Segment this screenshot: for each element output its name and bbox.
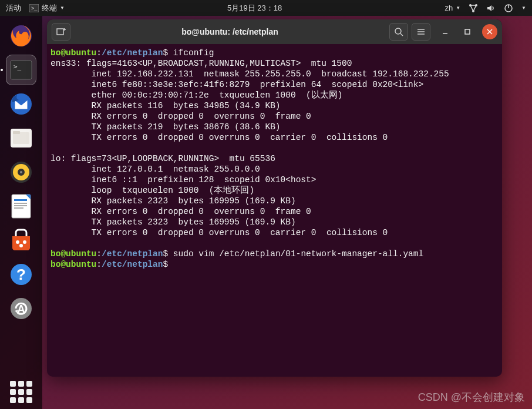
titlebar: bo@ubuntu: /etc/netplan	[47, 19, 502, 44]
svg-text:?: ?	[16, 266, 26, 283]
minimize-button[interactable]	[437, 24, 453, 39]
clock[interactable]: 5月19日 23：18	[227, 3, 282, 14]
svg-rect-39	[465, 29, 470, 34]
window-title: bo@ubuntu: /etc/netplan	[74, 27, 386, 36]
svg-point-10	[11, 93, 32, 115]
top-bar: 活动 >_ 终端 ▼ 5月19日 23：18 zh ▼ ▼	[0, 0, 532, 16]
output-line: loop txqueuelen 1000 (本地环回)	[50, 186, 254, 195]
command-2: sudo vim /etc/netplan/01-network-manager…	[173, 249, 423, 259]
output-line: lo: flags=73<UP,LOOPBACK,RUNNING> mtu 65…	[50, 154, 275, 163]
apps-grid-button[interactable]	[10, 381, 32, 403]
dock-item-rhythmbox[interactable]	[6, 157, 36, 187]
output-line: RX packets 2323 bytes 169995 (169.9 KB)	[50, 196, 296, 206]
prompt-path: /etc/netplan	[102, 48, 163, 58]
svg-rect-20	[14, 203, 27, 204]
network-icon[interactable]	[469, 4, 478, 13]
menu-button[interactable]	[412, 23, 430, 41]
chevron-down-icon: ▼	[456, 5, 460, 11]
output-line: TX packets 219 bytes 38676 (38.6 KB)	[50, 122, 281, 132]
hamburger-icon	[416, 27, 426, 36]
search-button[interactable]	[389, 23, 408, 41]
prompt-user: bo@ubuntu	[50, 249, 96, 259]
search-icon	[394, 27, 403, 36]
svg-point-24	[23, 240, 26, 244]
close-icon	[487, 29, 493, 35]
terminal-content[interactable]: bo@ubuntu:/etc/netplan$ ifconfig ens33: …	[47, 44, 502, 273]
terminal-window: bo@ubuntu: /etc/netplan bo@ubuntu:/etc/n…	[47, 19, 502, 377]
maximize-button[interactable]	[460, 24, 475, 39]
svg-text:A: A	[18, 303, 25, 315]
prompt-user: bo@ubuntu	[50, 260, 96, 269]
app-menu[interactable]: >_ 终端 ▼	[29, 3, 65, 14]
ime-indicator[interactable]: zh ▼	[445, 4, 460, 12]
output-line: inet 127.0.0.1 netmask 255.0.0.0	[50, 165, 260, 174]
prompt-path: /etc/netplan	[102, 260, 163, 269]
svg-rect-21	[14, 205, 27, 206]
dock-item-help[interactable]: ?	[6, 259, 36, 290]
output-line: ether 00:0c:29:00:71:2e txqueuelen 1000 …	[50, 90, 342, 100]
output-line: inet6 fe80::3e3e:3efc:41f6:8279 prefixle…	[50, 80, 423, 89]
svg-point-25	[19, 244, 23, 247]
prompt-user: bo@ubuntu	[50, 48, 96, 58]
watermark: CSDN @不会创建对象	[418, 390, 525, 404]
dock: >_ ? A	[0, 16, 42, 409]
output-line: ens33: flags=4163<UP,BROADCAST,RUNNING,M…	[50, 59, 352, 68]
output-line: RX packets 116 bytes 34985 (34.9 KB)	[50, 101, 281, 110]
output-line: inet6 ::1 prefixlen 128 scopeid 0x10<hos…	[50, 175, 316, 185]
svg-rect-30	[57, 29, 63, 35]
svg-point-17	[20, 171, 22, 173]
output-line: inet 192.168.232.131 netmask 255.255.255…	[50, 69, 449, 79]
chevron-down-icon: ▼	[60, 5, 65, 11]
dock-item-software[interactable]	[6, 225, 36, 256]
output-line: TX packets 2323 bytes 169995 (169.9 KB)	[50, 217, 296, 227]
close-button[interactable]	[482, 24, 497, 39]
new-tab-icon	[56, 27, 66, 36]
svg-rect-22	[14, 207, 23, 209]
output-line: TX errors 0 dropped 0 overruns 0 carrier…	[50, 133, 388, 142]
output-line: TX errors 0 dropped 0 overruns 0 carrier…	[50, 228, 388, 237]
svg-rect-13	[13, 131, 20, 134]
svg-point-23	[16, 240, 19, 244]
volume-icon[interactable]	[486, 4, 496, 13]
dock-item-thunderbird[interactable]	[6, 89, 36, 119]
command-1: ifconfig	[173, 48, 214, 58]
maximize-icon	[464, 29, 470, 35]
activities-button[interactable]: 活动	[6, 3, 21, 14]
dock-item-files[interactable]	[6, 123, 36, 153]
svg-text:>_: >_	[31, 5, 38, 11]
svg-rect-19	[14, 199, 27, 201]
svg-line-34	[400, 33, 403, 36]
dock-item-firefox[interactable]	[6, 21, 36, 51]
dock-item-terminal[interactable]: >_	[6, 55, 36, 85]
ime-label: zh	[445, 4, 453, 12]
dock-item-updates[interactable]: A	[6, 293, 36, 324]
minimize-icon	[442, 29, 448, 35]
power-icon[interactable]	[504, 4, 513, 13]
dock-item-libreoffice-writer[interactable]	[6, 191, 36, 222]
output-line: RX errors 0 dropped 0 overruns 0 frame 0	[50, 112, 311, 121]
prompt-path: /etc/netplan	[102, 249, 163, 259]
new-tab-button[interactable]	[52, 23, 70, 41]
output-line: RX errors 0 dropped 0 overruns 0 frame 0	[50, 207, 311, 216]
app-menu-label: 终端	[42, 3, 57, 14]
svg-text:>_: >_	[14, 63, 22, 71]
chevron-down-icon: ▼	[521, 5, 526, 11]
svg-point-33	[395, 28, 401, 34]
terminal-icon: >_	[29, 4, 39, 12]
